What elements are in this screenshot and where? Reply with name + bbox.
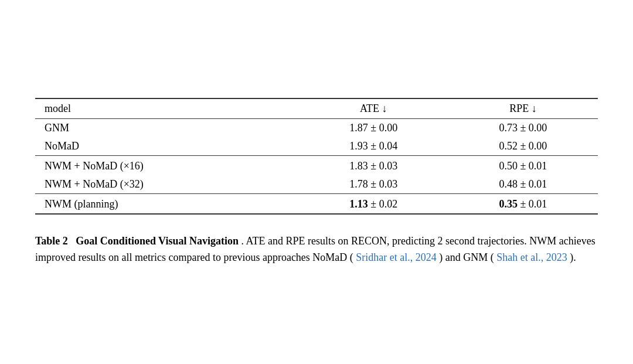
- caption-label: Table 2: [35, 235, 68, 247]
- table-row: NWM + NoMaD (×32)1.78 ± 0.030.48 ± 0.01: [35, 175, 598, 194]
- col-header-model: model: [35, 98, 299, 119]
- cell-model: NWM + NoMaD (×16): [35, 156, 299, 176]
- cell-ate: 1.13 ± 0.02: [299, 194, 448, 215]
- cell-model: NoMaD: [35, 137, 299, 156]
- cell-rpe: 0.73 ± 0.00: [448, 119, 598, 138]
- cell-ate: 1.78 ± 0.03: [299, 175, 448, 194]
- caption-middle: ) and GNM (: [439, 251, 494, 263]
- table-row: NWM + NoMaD (×16)1.83 ± 0.030.50 ± 0.01: [35, 156, 598, 176]
- citation-link-1[interactable]: Sridhar et al., 2024: [356, 251, 436, 263]
- cell-rpe: 0.48 ± 0.01: [448, 175, 598, 194]
- cell-rpe: 0.52 ± 0.00: [448, 137, 598, 156]
- caption-spacer: [70, 235, 73, 247]
- cell-ate: 1.83 ± 0.03: [299, 156, 448, 176]
- table-header-row: model ATE ↓ RPE ↓: [35, 98, 598, 119]
- cell-model: NWM + NoMaD (×32): [35, 175, 299, 194]
- cell-ate: 1.87 ± 0.00: [299, 119, 448, 138]
- table-row: NoMaD1.93 ± 0.040.52 ± 0.00: [35, 137, 598, 156]
- cell-model: GNM: [35, 119, 299, 138]
- results-table: model ATE ↓ RPE ↓ GNM1.87 ± 0.000.73 ± 0…: [35, 98, 598, 215]
- cell-rpe: 0.35 ± 0.01: [448, 194, 598, 215]
- table-caption: Table 2 Goal Conditioned Visual Navigati…: [35, 233, 598, 266]
- main-container: model ATE ↓ RPE ↓ GNM1.87 ± 0.000.73 ± 0…: [35, 98, 598, 266]
- citation-link-2[interactable]: Shah et al., 2023: [496, 251, 567, 263]
- col-header-rpe: RPE ↓: [448, 98, 598, 119]
- table-row: GNM1.87 ± 0.000.73 ± 0.00: [35, 119, 598, 138]
- table-row: NWM (planning)1.13 ± 0.020.35 ± 0.01: [35, 194, 598, 215]
- caption-title: Goal Conditioned Visual Navigation: [76, 235, 239, 247]
- caption-end: ).: [570, 251, 576, 263]
- cell-model: NWM (planning): [35, 194, 299, 215]
- col-header-ate: ATE ↓: [299, 98, 448, 119]
- cell-rpe: 0.50 ± 0.01: [448, 156, 598, 176]
- cell-ate: 1.93 ± 0.04: [299, 137, 448, 156]
